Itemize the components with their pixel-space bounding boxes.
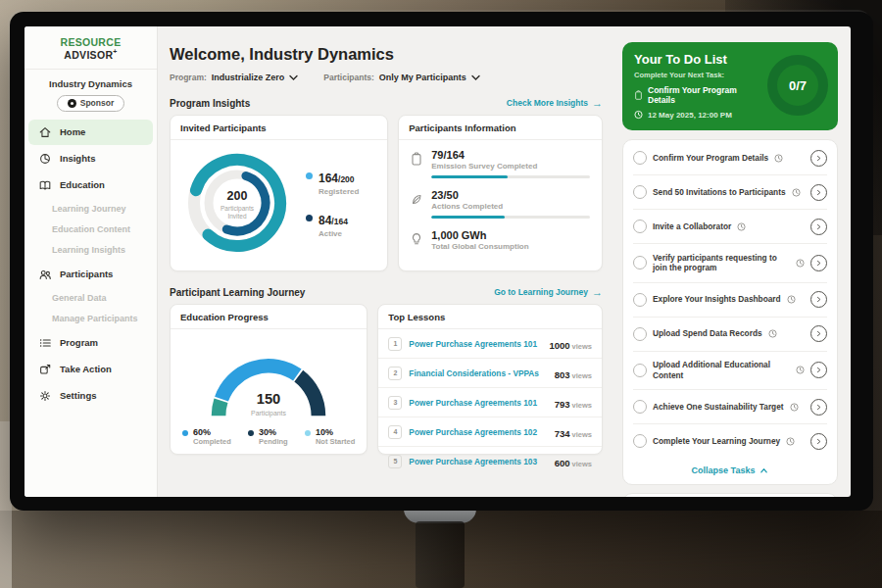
legend-bullet	[248, 430, 254, 436]
sidebar-item-home[interactable]: Home	[28, 120, 153, 145]
sidebar-item-general-data[interactable]: General Data	[28, 288, 153, 309]
sidebar-item-learning-insights[interactable]: Learning Insights	[28, 240, 153, 261]
task-open-button[interactable]	[810, 362, 827, 378]
task-row: Send 50 Invitations to Participants	[633, 175, 827, 210]
task-open-button[interactable]	[810, 184, 827, 201]
program-filter-label: Program:	[170, 73, 207, 82]
lesson-link[interactable]: Power Purchase Agreements 103	[409, 457, 547, 466]
section-title: Participant Learning Journey	[170, 287, 305, 298]
donut-center-value: 200	[227, 189, 248, 203]
info-row-actions: 23/50 Actions Completed	[411, 189, 590, 219]
info-label: Emission Survey Completed	[431, 162, 590, 171]
todo-next-task-label: Confirm Your Program Details	[648, 85, 750, 105]
task-open-button[interactable]	[810, 433, 827, 450]
lesson-views: 734	[555, 428, 570, 439]
legend-value-sub: /200	[338, 174, 355, 184]
task-label: Invite a Collaborator	[653, 221, 731, 232]
sidebar-item-program[interactable]: Program	[28, 330, 153, 356]
clock-icon	[774, 154, 783, 163]
task-open-button[interactable]	[810, 291, 827, 308]
task-open-button[interactable]	[810, 150, 827, 167]
task-open-button[interactable]	[810, 219, 827, 235]
invited-chart-body: 200 Participants Invited 164/200 Registe…	[171, 140, 387, 266]
sidebar-item-education[interactable]: Education	[28, 172, 153, 198]
participants-filter-value: Only My Participants	[379, 73, 466, 82]
progress-fill	[431, 175, 508, 178]
info-label: Total Global Consumption	[431, 242, 590, 251]
clock-icon	[634, 110, 643, 120]
sidebar-item-participants[interactable]: Participants	[28, 262, 153, 287]
sidebar-item-education-content[interactable]: Education Content	[28, 220, 153, 240]
lesson-link[interactable]: Power Purchase Agreements 101	[409, 339, 542, 349]
task-checkbox[interactable]	[633, 220, 647, 233]
lesson-rank: 3	[388, 396, 402, 410]
clock-icon	[737, 222, 746, 231]
task-label: Verify participants requesting to join t…	[653, 253, 790, 274]
arrow-right-icon	[592, 286, 603, 298]
task-open-button[interactable]	[810, 399, 827, 416]
home-icon	[38, 125, 52, 139]
task-checkbox[interactable]	[633, 327, 647, 341]
clipboard-icon	[411, 149, 423, 178]
legend-label: Pending	[259, 437, 288, 446]
task-checkbox[interactable]	[633, 185, 647, 199]
chevron-right-icon	[815, 404, 822, 411]
task-label: Send 50 Invitations to Participants	[653, 187, 786, 198]
task-label: Explore Your Insights Dashboard	[653, 294, 781, 305]
info-label: Actions Completed	[431, 202, 590, 211]
clock-icon	[787, 295, 796, 304]
lesson-rank: 1	[388, 337, 402, 351]
task-checkbox[interactable]	[633, 364, 647, 377]
legend-completed: 60% Completed	[182, 427, 231, 446]
lesson-row: 3 Power Purchase Agreements 101 793views	[378, 388, 602, 417]
sidebar-item-take-action[interactable]: Take Action	[28, 357, 153, 382]
task-checkbox[interactable]	[633, 151, 647, 165]
task-row: Upload Spend Data Records	[633, 318, 827, 352]
chevron-down-icon	[289, 74, 298, 81]
task-checkbox[interactable]	[633, 293, 647, 307]
chevron-down-icon	[471, 74, 480, 81]
sidebar-item-learning-journey[interactable]: Learning Journey	[28, 199, 153, 220]
sidebar-item-manage-participants[interactable]: Manage Participants	[28, 309, 153, 329]
collapse-tasks-link[interactable]: Collapse Tasks	[633, 458, 827, 482]
lesson-row: 1 Power Purchase Agreements 101 1000view…	[378, 329, 602, 359]
task-row: Verify participants requesting to join t…	[633, 244, 827, 283]
task-checkbox[interactable]	[633, 400, 647, 414]
lesson-link[interactable]: Power Purchase Agreements 102	[409, 427, 547, 437]
lesson-link[interactable]: Power Purchase Agreements 101	[409, 398, 547, 408]
logo-resource: RESOURCE	[61, 36, 122, 48]
go-to-learning-journey-link[interactable]: Go to Learning Journey	[494, 286, 603, 298]
program-filter-dropdown[interactable]: Program: Industrialize Zero	[170, 73, 298, 82]
clock-icon	[790, 403, 799, 412]
sidebar-item-insights[interactable]: Insights	[28, 146, 153, 172]
check-more-insights-link[interactable]: Check More Insights	[507, 97, 603, 109]
task-open-button[interactable]	[810, 325, 827, 342]
education-progress-card: Education Progress 150 Participants 60%	[170, 304, 368, 455]
lesson-views: 803	[555, 369, 570, 380]
lesson-row: 2 Financial Considerations - VPPAs 803vi…	[378, 359, 602, 388]
chevron-right-icon	[815, 155, 822, 162]
task-checkbox[interactable]	[633, 256, 647, 270]
gauge-legend: 60% Completed 30% Pending 10%	[171, 425, 367, 454]
sidebar-item-settings[interactable]: Settings	[28, 383, 153, 409]
invited-participants-card: Invited Participants 200 Participants In…	[170, 115, 388, 271]
legend-registered: 164/200 Registered	[306, 169, 359, 196]
link-label: Check More Insights	[507, 98, 588, 108]
card-title: Education Progress	[171, 305, 367, 329]
invited-donut-chart: 200 Participants Invited	[178, 144, 296, 262]
chevron-right-icon	[815, 223, 822, 230]
gauge-center-label: Participants	[251, 410, 286, 417]
participants-filter-dropdown[interactable]: Participants: Only My Participants	[323, 73, 480, 82]
clipboard-icon	[634, 90, 643, 100]
lesson-link[interactable]: Financial Considerations - VPPAs	[409, 368, 547, 378]
filter-bar: Program: Industrialize Zero Participants…	[170, 73, 603, 82]
chevron-up-icon	[760, 466, 768, 475]
lesson-views: 600	[555, 458, 570, 468]
logo-plus: +	[113, 48, 117, 55]
info-row-consumption: 1,000 GWh Total Global Consumption	[411, 229, 590, 251]
task-row: Confirm Your Program Details	[633, 141, 827, 175]
gauge-segment-not-started	[219, 401, 220, 416]
task-open-button[interactable]	[810, 255, 827, 271]
chevron-right-icon	[815, 296, 822, 303]
task-checkbox[interactable]	[633, 434, 647, 448]
